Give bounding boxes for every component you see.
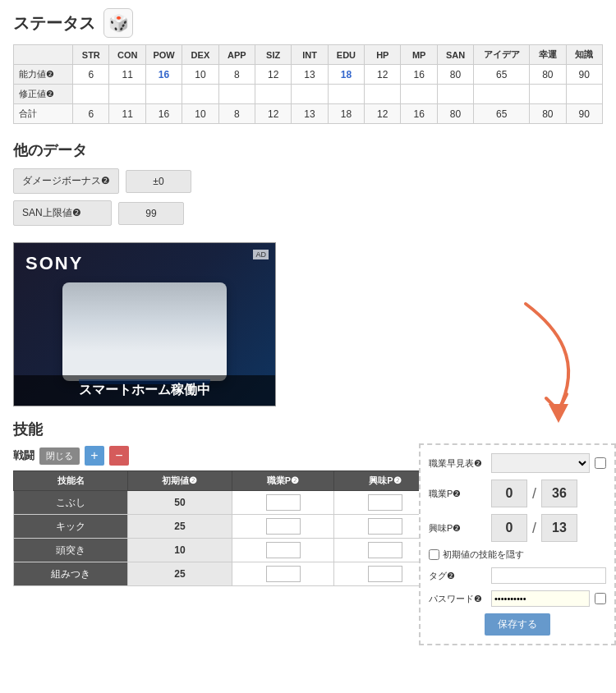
interest-points-value: 0: [491, 514, 527, 542]
interest-points-max: 13: [541, 514, 577, 542]
other-data-title: 他のデータ: [13, 140, 603, 160]
col-skill-name: 技能名: [14, 471, 128, 491]
col-siz: SIZ: [255, 45, 291, 65]
interest-points-label: 興味P❷: [429, 522, 486, 535]
luck-total: 80: [530, 104, 566, 124]
know-mod[interactable]: [566, 85, 602, 104]
hide-initial-row: 初期値の技能を隠す: [429, 548, 606, 561]
right-panel: 職業早見表❷ 職業P❷ 0 / 36 興味P❷ 0 / 13 初期値の技能を隠す…: [419, 443, 616, 645]
job-points-max: 36: [541, 480, 577, 507]
str-mod[interactable]: [73, 85, 109, 104]
ad-text: スマートホーム稼働中: [14, 375, 275, 406]
col-hp: HP: [365, 45, 401, 65]
skill-title: 技能: [13, 420, 603, 439]
int-mod[interactable]: [292, 85, 328, 104]
damage-bonus-value: ±0: [126, 170, 191, 193]
app-mod[interactable]: [218, 85, 255, 104]
job-lookup-checkbox[interactable]: [595, 457, 606, 469]
col-know: 知識: [566, 45, 602, 65]
other-data-section: 他のデータ ダメージボーナス❷ ±0 SAN上限値❷ 99: [13, 140, 603, 226]
hp-mod[interactable]: [365, 85, 401, 104]
con-total: 11: [109, 104, 145, 124]
app-ability[interactable]: 8: [218, 65, 255, 85]
password-show-checkbox[interactable]: [595, 593, 606, 604]
col-idea: アイデア: [474, 45, 530, 65]
col-san: SAN: [437, 45, 473, 65]
combat-remove-button[interactable]: −: [109, 446, 129, 466]
int-ability[interactable]: 13: [292, 65, 328, 85]
job-points-label: 職業P❷: [429, 488, 486, 500]
interest-points-row: 興味P❷ 0 / 13: [429, 514, 606, 542]
status-section-title: ステータス 🎲: [13, 8, 603, 38]
edu-mod[interactable]: [328, 85, 364, 104]
hide-initial-checkbox[interactable]: [429, 549, 439, 560]
siz-ability[interactable]: 12: [255, 65, 291, 85]
col-luck: 幸運: [530, 45, 566, 65]
luck-mod[interactable]: [530, 85, 566, 104]
know-ability[interactable]: 90: [566, 65, 602, 85]
skill-job-headbutt[interactable]: [232, 539, 333, 562]
password-input[interactable]: [491, 590, 590, 607]
tag-label: タグ❷: [429, 570, 486, 582]
damage-bonus-label: ダメージボーナス❷: [13, 168, 119, 194]
skill-init-kick: 25: [128, 515, 232, 539]
san-ability[interactable]: 80: [437, 65, 473, 85]
tag-input[interactable]: [491, 567, 606, 584]
mp-total: 16: [401, 104, 437, 124]
pow-mod[interactable]: [145, 85, 182, 104]
job-lookup-label: 職業早見表❷: [429, 457, 486, 470]
skill-job-kobushi[interactable]: [232, 491, 333, 515]
con-mod[interactable]: [109, 85, 145, 104]
dice-button[interactable]: 🎲: [103, 8, 133, 38]
dex-mod[interactable]: [182, 85, 218, 104]
save-button[interactable]: 保存する: [485, 613, 550, 636]
mp-ability[interactable]: 16: [401, 65, 437, 85]
luck-ability[interactable]: 80: [530, 65, 566, 85]
combat-add-button[interactable]: +: [85, 446, 104, 466]
ad-banner[interactable]: SONY AD スマートホーム稼働中: [13, 242, 276, 406]
str-ability[interactable]: 6: [73, 65, 109, 85]
total-row: 合計 6 11 16 10 8 12 13 18 12 16 80 65 80 …: [14, 104, 603, 124]
combat-label: 戦闘: [13, 448, 34, 463]
combat-close-button[interactable]: 閉じる: [39, 447, 80, 465]
pow-total: 16: [145, 104, 182, 124]
skill-name-grapple: 組みつき: [14, 562, 128, 586]
stats-table: STR CON POW DEX APP SIZ INT EDU HP MP SA…: [13, 44, 603, 124]
job-points-value: 0: [491, 480, 527, 507]
san-limit-label: SAN上限値❷: [13, 200, 112, 226]
hide-initial-label: 初期値の技能を隠す: [443, 548, 524, 561]
hp-ability[interactable]: 12: [365, 65, 401, 85]
know-total: 90: [566, 104, 602, 124]
skill-job-kick[interactable]: [232, 515, 333, 539]
edu-total: 18: [328, 104, 364, 124]
ad-device-image: [62, 282, 227, 381]
sony-logo: SONY: [25, 253, 83, 274]
idea-total: 65: [474, 104, 530, 124]
str-total: 6: [73, 104, 109, 124]
col-mp: MP: [401, 45, 437, 65]
col-empty: [14, 45, 73, 65]
col-str: STR: [73, 45, 109, 65]
san-mod[interactable]: [437, 85, 473, 104]
skill-init-headbutt: 10: [128, 539, 232, 562]
edu-ability[interactable]: 18: [328, 65, 364, 85]
damage-bonus-row: ダメージボーナス❷ ±0: [13, 168, 603, 194]
col-skill-job: 職業P❷: [232, 471, 333, 491]
job-lookup-select[interactable]: [491, 453, 590, 473]
idea-ability[interactable]: 65: [474, 65, 530, 85]
mp-mod[interactable]: [401, 85, 437, 104]
skill-job-grapple[interactable]: [232, 562, 333, 586]
con-ability[interactable]: 11: [109, 65, 145, 85]
col-edu: EDU: [328, 45, 364, 65]
pow-ability[interactable]: 16: [145, 65, 182, 85]
col-pow: POW: [145, 45, 182, 65]
status-label: ステータス: [13, 12, 95, 34]
ability-row: 能力値❷ 6 11 16 10 8 12 13 18 12 16 80 65 8…: [14, 65, 603, 85]
idea-mod[interactable]: [474, 85, 530, 104]
siz-mod[interactable]: [255, 85, 291, 104]
col-int: INT: [292, 45, 328, 65]
password-label: パスワード❷: [429, 593, 486, 605]
dex-ability[interactable]: 10: [182, 65, 218, 85]
int-total: 13: [292, 104, 328, 124]
job-points-row: 職業P❷ 0 / 36: [429, 480, 606, 507]
